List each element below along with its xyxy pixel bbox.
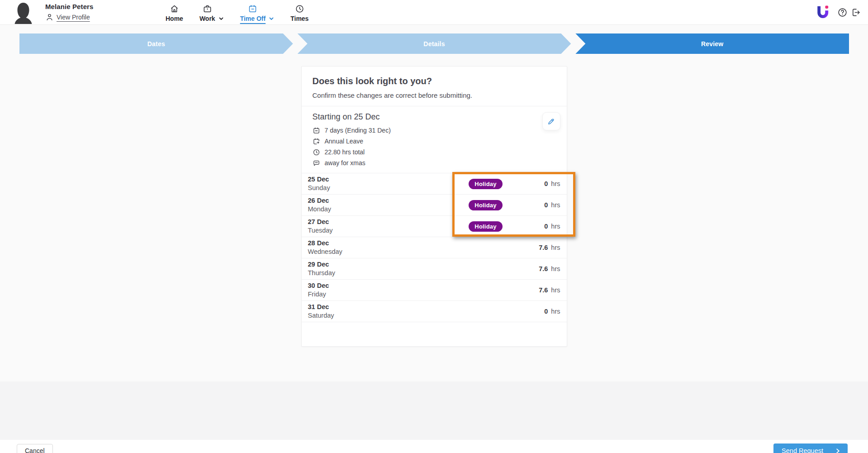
question-circle-icon [837,7,848,18]
day-date: 30 Dec [308,281,456,290]
view-profile-link[interactable]: View Profile [45,13,93,21]
day-hours-value: 7.6 [539,286,548,294]
pencil-icon [547,117,555,126]
summary-total-hours: 22.80 hrs total [313,147,556,157]
nav-item-times[interactable]: Times [290,3,308,22]
nav-item-work[interactable]: Work [199,3,224,22]
day-row-26-dec: 26 Dec Monday Holiday 0 hrs [302,195,567,216]
day-hours-unit: hrs [551,223,560,230]
day-weekday: Wednesday [308,248,456,256]
summary-duration-text: 7 days (Ending 31 Dec) [325,127,391,134]
chevron-right-icon [835,448,841,453]
day-row-29-dec: 29 Dec Thursday 7.6 hrs [302,258,567,280]
view-profile-label: View Profile [57,14,90,21]
step-dates-label: Dates [147,40,165,48]
person-silhouette-icon [13,1,34,24]
logout-button[interactable] [851,7,861,18]
nav-label-home: Home [166,15,183,22]
day-weekday: Sunday [308,184,456,192]
holiday-badge: Holiday [469,200,502,210]
day-weekday: Thursday [308,269,456,277]
user-avatar[interactable] [13,1,34,24]
day-hours-unit: hrs [551,244,560,251]
day-hours-unit: hrs [551,180,560,187]
holiday-badge: Holiday [469,221,502,232]
day-breakdown-list: 25 Dec Sunday Holiday 0 hrs 26 Dec Monda… [302,173,567,322]
briefcase-icon [203,4,212,14]
review-card-header: Does this look right to you? Confirm the… [302,67,567,106]
day-weekday: Friday [308,290,456,299]
card-title: Does this look right to you? [313,76,556,86]
top-bar: Melanie Peters View Profile Home [0,0,868,25]
day-hours-value: 0 [544,308,548,315]
day-date: 27 Dec [308,218,456,226]
calendar-icon [248,4,257,14]
step-dates[interactable]: Dates [19,33,293,54]
main-content: Dates Details Review Does this look righ… [0,33,868,381]
calendar-icon [313,127,320,134]
step-review[interactable]: Review [575,33,849,54]
day-hours-unit: hrs [551,308,560,315]
holiday-badge: Holiday [469,179,502,189]
day-row-25-dec: 25 Dec Sunday Holiday 0 hrs [302,173,567,195]
chevron-down-icon [269,16,274,21]
help-button[interactable] [837,7,848,18]
step-details-label: Details [423,40,445,48]
day-weekday: Saturday [308,311,456,320]
summary-heading: Starting on 25 Dec [313,112,556,122]
day-hours-unit: hrs [551,265,560,272]
leave-type-calendar-arrow-icon [313,138,320,145]
day-hours-value: 0 [544,180,548,187]
day-hours-value: 0 [544,201,548,209]
edit-request-button[interactable] [542,112,560,130]
summary-leave-type: Annual Leave [313,136,556,147]
day-weekday: Tuesday [308,226,456,235]
day-row-30-dec: 30 Dec Friday 7.6 hrs [302,280,567,301]
summary-leave-type-text: Annual Leave [325,138,364,145]
main-nav: Home Work Time Off [166,0,308,25]
person-icon [45,13,54,21]
nav-label-work: Work [199,15,215,22]
day-date: 31 Dec [308,303,456,311]
chevron-down-icon [218,16,224,21]
step-details[interactable]: Details [298,33,571,54]
action-footer: Cancel Send Request [0,440,868,453]
day-weekday: Monday [308,205,456,214]
day-hours-value: 7.6 [539,244,548,251]
day-row-28-dec: 28 Dec Wednesday 7.6 hrs [302,237,567,258]
logout-icon [851,7,861,18]
summary-total-hours-text: 22.80 hrs total [325,148,365,156]
step-review-label: Review [701,40,723,48]
nav-label-time-off: Time Off [240,15,266,22]
day-date: 26 Dec [308,196,456,205]
cancel-button[interactable]: Cancel [17,444,53,453]
lower-background-strip [0,381,868,440]
day-hours-value: 7.6 [539,265,548,272]
card-subtitle: Confirm these changes are correct before… [313,91,556,99]
brand-logo [816,5,830,19]
comment-icon [313,159,320,167]
user-block: Melanie Peters View Profile [45,3,93,21]
summary-note: away for xmas [313,157,556,168]
clock-icon [313,148,320,156]
day-row-27-dec: 27 Dec Tuesday Holiday 0 hrs [302,216,567,237]
day-hours-unit: hrs [551,286,560,294]
clock-icon [295,4,304,14]
home-icon [170,4,179,14]
day-date: 25 Dec [308,175,456,184]
day-date: 28 Dec [308,239,456,248]
request-summary: Starting on 25 Dec 7 days (Ending 31 Dec… [302,106,567,173]
send-request-button[interactable]: Send Request [773,443,848,453]
nav-item-time-off[interactable]: Time Off [240,3,275,22]
nav-label-times: Times [290,15,308,22]
nav-item-home[interactable]: Home [166,3,183,22]
review-card: Does this look right to you? Confirm the… [301,66,567,347]
day-date: 29 Dec [308,260,456,269]
day-hours-value: 0 [544,223,548,230]
wizard-stepper: Dates Details Review [19,33,849,54]
day-row-31-dec: 31 Dec Saturday 0 hrs [302,301,567,322]
day-hours-unit: hrs [551,201,560,209]
summary-duration: 7 days (Ending 31 Dec) [313,125,556,136]
user-name: Melanie Peters [45,3,93,10]
brand-u-icon [816,5,830,19]
